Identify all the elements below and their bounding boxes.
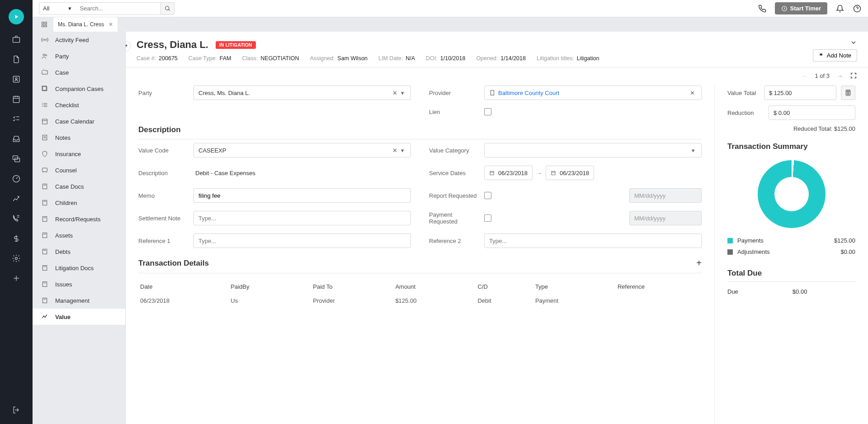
svg-point-71	[848, 94, 848, 95]
svg-rect-48	[42, 233, 47, 238]
gauge-icon[interactable]	[11, 174, 21, 184]
settlement-note-input[interactable]	[193, 211, 411, 225]
service-date-from[interactable]: 06/23/2018	[484, 166, 533, 180]
transaction-details-title: Transaction Details +	[138, 258, 702, 273]
report-requested-checkbox[interactable]	[484, 192, 491, 199]
gear-icon[interactable]	[11, 253, 21, 263]
add-note-button[interactable]: Add Note	[813, 49, 857, 62]
sidenav-item-party[interactable]: Party	[33, 48, 125, 64]
reference1-field[interactable]	[198, 238, 406, 244]
calendar-icon[interactable]	[11, 94, 21, 104]
payment-requested-label: Payment Requested	[429, 211, 479, 225]
expand-icon[interactable]	[850, 72, 857, 79]
sidenav-item-assets[interactable]: Assets	[33, 227, 125, 243]
sidenav-item-case-docs[interactable]: Case Docs	[33, 178, 125, 195]
sidenav-item-activity-feed[interactable]: Activity Feed	[33, 32, 125, 48]
start-timer-button[interactable]: Start Timer	[775, 2, 827, 14]
status-badge: IN LITIGATION	[216, 41, 256, 49]
contacts-icon[interactable]	[11, 74, 21, 84]
sidenav-item-debts[interactable]: Debts	[33, 243, 125, 260]
table-row[interactable]: 06/23/2018UsProvider$125.00DebitPayment	[138, 294, 702, 308]
sidenav-label: Record/Requests	[55, 216, 100, 223]
sidenav-item-companion-cases[interactable]: Companion Cases	[33, 81, 125, 97]
inbox-icon[interactable]	[11, 134, 21, 144]
collapse-handle[interactable]	[126, 41, 131, 52]
phone-icon[interactable]	[758, 4, 767, 13]
checklist-icon[interactable]	[11, 114, 21, 124]
search-button[interactable]	[161, 2, 175, 15]
clear-icon[interactable]: ✕	[391, 90, 399, 96]
description-section-title: Description	[138, 125, 702, 139]
reduction-input[interactable]: $ 0.00	[769, 105, 855, 120]
calculator-button[interactable]	[841, 86, 855, 100]
sidenav-item-notes[interactable]: Notes	[33, 129, 125, 146]
sidenav-icon	[41, 52, 49, 60]
sidenav-item-insurance[interactable]: Insurance	[33, 146, 125, 162]
sidenav-item-counsel[interactable]: Counsel	[33, 162, 125, 178]
sidenav-item-case-calendar[interactable]: Case Calendar	[33, 113, 125, 129]
logout-icon[interactable]	[11, 405, 21, 415]
chevron-down-icon[interactable]: ▾	[399, 90, 406, 96]
tab-title: Ms. Diana L. Cress	[58, 21, 104, 28]
value-code-select[interactable]: CASEEXP ✕ ▾	[193, 143, 411, 157]
sidenav-item-record-requests[interactable]: Record/Requests	[33, 211, 125, 227]
svg-rect-25	[45, 22, 47, 24]
sidenav-item-issues[interactable]: Issues	[33, 276, 125, 292]
meta-label: Litigation titles:	[537, 55, 574, 62]
help-icon[interactable]	[853, 4, 862, 13]
pager-next[interactable]: →	[837, 72, 843, 79]
payment-requested-checkbox[interactable]	[484, 214, 491, 222]
chevron-down-icon[interactable]: ▾	[690, 147, 697, 154]
search-input[interactable]	[75, 2, 161, 15]
sidenav-icon	[41, 69, 49, 76]
sidenav-item-management[interactable]: Management	[33, 292, 125, 309]
briefcase-icon[interactable]	[11, 34, 21, 44]
party-select[interactable]: Cress, Ms. Diana L. ✕ ▾	[193, 86, 411, 100]
arrow-right-icon: →	[536, 170, 542, 176]
service-date-to[interactable]: 06/23/2018	[546, 166, 594, 180]
reference1-input[interactable]	[193, 233, 411, 248]
tab-grid-button[interactable]	[38, 17, 51, 32]
report-date-input[interactable]: MM/dd/yyyy	[629, 188, 702, 203]
play-icon	[13, 14, 19, 20]
filter-dropdown[interactable]: All ▾	[39, 2, 75, 15]
sidenav-item-value[interactable]: Value	[33, 309, 125, 325]
memo-field[interactable]	[198, 192, 406, 199]
value-category-select[interactable]: ▾	[484, 143, 702, 157]
memo-input[interactable]	[193, 188, 411, 203]
chart-icon[interactable]	[11, 194, 21, 204]
close-icon[interactable]: ✕	[108, 21, 113, 28]
payment-date-input[interactable]: MM/dd/yyyy	[629, 211, 702, 225]
sidenav-item-children[interactable]: Children	[33, 195, 125, 211]
sidenav-item-litigation-docs[interactable]: Litigation Docs	[33, 260, 125, 276]
sidenav-item-checklist[interactable]: Checklist	[33, 97, 125, 113]
bell-icon[interactable]	[835, 4, 844, 13]
search-icon	[165, 5, 171, 12]
app-logo[interactable]	[9, 9, 24, 24]
sidenav-label: Issues	[55, 281, 72, 288]
filter-value: All	[43, 5, 49, 12]
reference2-field[interactable]	[489, 238, 697, 244]
meta-item: DOI:1/10/2018	[426, 55, 465, 62]
chevron-down-icon[interactable]	[850, 39, 857, 46]
lien-checkbox[interactable]	[484, 108, 491, 115]
add-transaction-button[interactable]: +	[696, 258, 702, 268]
clear-icon[interactable]: ✕	[391, 147, 399, 154]
dollar-icon[interactable]	[11, 233, 21, 243]
plus-icon[interactable]	[11, 273, 21, 283]
phone-list-icon[interactable]	[11, 214, 21, 224]
pager-prev[interactable]: ←	[802, 72, 807, 79]
sidenav-item-case[interactable]: Case	[33, 64, 125, 81]
chevron-down-icon[interactable]: ▾	[399, 147, 406, 154]
table-cell: Payment	[535, 297, 618, 304]
settlement-field[interactable]	[198, 215, 406, 222]
value-total-input[interactable]: $ 125.00	[764, 86, 836, 100]
sidenav-label: Companion Cases	[55, 86, 104, 92]
clear-icon[interactable]: ✕	[688, 90, 697, 96]
provider-label: Provider	[429, 90, 479, 96]
reference2-input[interactable]	[484, 233, 702, 248]
chat-icon[interactable]	[11, 154, 21, 164]
provider-select[interactable]: Baltimore County Court ✕	[484, 86, 702, 100]
file-icon[interactable]	[11, 54, 21, 64]
tab-case[interactable]: Ms. Diana L. Cress ✕	[53, 17, 118, 32]
